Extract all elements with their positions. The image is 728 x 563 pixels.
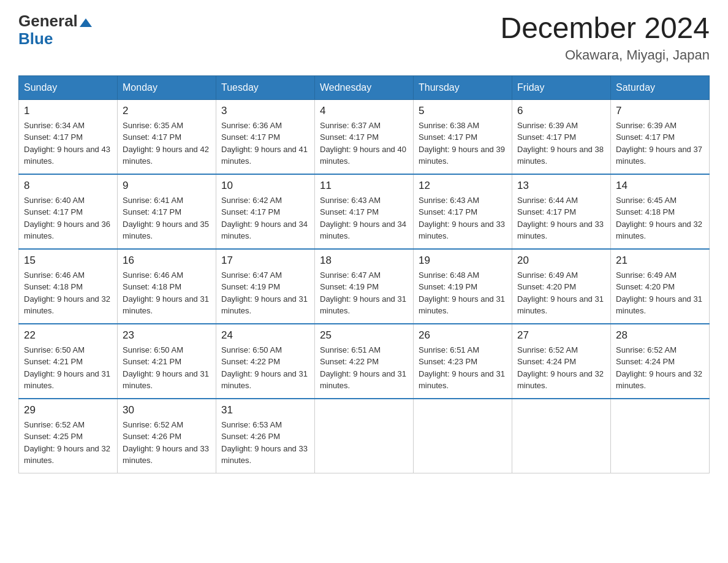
day-info: Sunrise: 6:38 AMSunset: 4:17 PMDaylight:… — [419, 120, 507, 167]
table-row: 16Sunrise: 6:46 AMSunset: 4:18 PMDayligh… — [118, 249, 216, 324]
day-number: 11 — [320, 180, 408, 192]
day-number: 20 — [517, 255, 605, 267]
table-row: 19Sunrise: 6:48 AMSunset: 4:19 PMDayligh… — [414, 249, 512, 324]
day-number: 14 — [616, 180, 704, 192]
day-number: 17 — [221, 255, 309, 267]
table-row: 9Sunrise: 6:41 AMSunset: 4:17 PMDaylight… — [118, 174, 216, 249]
logo-general-text: General — [18, 12, 78, 30]
table-row: 12Sunrise: 6:43 AMSunset: 4:17 PMDayligh… — [414, 174, 512, 249]
day-number: 10 — [221, 180, 309, 192]
day-number: 2 — [123, 105, 211, 117]
table-row: 11Sunrise: 6:43 AMSunset: 4:17 PMDayligh… — [315, 174, 414, 249]
day-number: 23 — [123, 329, 211, 342]
day-number: 19 — [419, 255, 507, 267]
day-number: 25 — [320, 329, 408, 342]
day-number: 24 — [221, 329, 309, 342]
day-info: Sunrise: 6:37 AMSunset: 4:17 PMDaylight:… — [320, 120, 408, 167]
day-info: Sunrise: 6:47 AMSunset: 4:19 PMDaylight:… — [320, 269, 408, 317]
day-number: 8 — [24, 180, 112, 192]
day-number: 15 — [24, 255, 112, 267]
day-number: 31 — [221, 404, 309, 416]
day-number: 4 — [320, 105, 408, 117]
day-info: Sunrise: 6:50 AMSunset: 4:21 PMDaylight:… — [24, 344, 112, 392]
table-row — [512, 399, 611, 473]
weekday-header-sunday: Sunday — [19, 75, 118, 99]
day-info: Sunrise: 6:40 AMSunset: 4:17 PMDaylight:… — [24, 194, 112, 242]
day-info: Sunrise: 6:51 AMSunset: 4:23 PMDaylight:… — [419, 344, 507, 392]
table-row: 26Sunrise: 6:51 AMSunset: 4:23 PMDayligh… — [414, 324, 512, 399]
location-title: Okawara, Miyagi, Japan — [500, 47, 710, 63]
table-row — [315, 399, 414, 473]
weekday-header-monday: Monday — [118, 75, 216, 99]
day-number: 7 — [616, 105, 704, 117]
day-info: Sunrise: 6:41 AMSunset: 4:17 PMDaylight:… — [123, 194, 211, 242]
weekday-header-friday: Friday — [512, 75, 611, 99]
day-info: Sunrise: 6:51 AMSunset: 4:22 PMDaylight:… — [320, 344, 408, 392]
day-number: 27 — [517, 329, 605, 342]
day-info: Sunrise: 6:49 AMSunset: 4:20 PMDaylight:… — [517, 269, 605, 317]
table-row: 28Sunrise: 6:52 AMSunset: 4:24 PMDayligh… — [611, 324, 710, 399]
day-number: 22 — [24, 329, 112, 342]
table-row: 17Sunrise: 6:47 AMSunset: 4:19 PMDayligh… — [216, 249, 315, 324]
day-number: 3 — [221, 105, 309, 117]
table-row: 21Sunrise: 6:49 AMSunset: 4:20 PMDayligh… — [611, 249, 710, 324]
logo: General Blue — [18, 12, 92, 47]
day-info: Sunrise: 6:44 AMSunset: 4:17 PMDaylight:… — [517, 194, 605, 242]
table-row: 6Sunrise: 6:39 AMSunset: 4:17 PMDaylight… — [512, 99, 611, 174]
day-number: 12 — [419, 180, 507, 192]
month-title: December 2024 — [500, 12, 710, 45]
table-row: 5Sunrise: 6:38 AMSunset: 4:17 PMDaylight… — [414, 99, 512, 174]
table-row: 22Sunrise: 6:50 AMSunset: 4:21 PMDayligh… — [19, 324, 118, 399]
day-info: Sunrise: 6:50 AMSunset: 4:22 PMDaylight:… — [221, 344, 309, 392]
calendar-week-row: 8Sunrise: 6:40 AMSunset: 4:17 PMDaylight… — [19, 174, 710, 249]
day-info: Sunrise: 6:42 AMSunset: 4:17 PMDaylight:… — [221, 194, 309, 242]
day-number: 30 — [123, 404, 211, 416]
day-info: Sunrise: 6:47 AMSunset: 4:19 PMDaylight:… — [221, 269, 309, 317]
table-row: 31Sunrise: 6:53 AMSunset: 4:26 PMDayligh… — [216, 399, 315, 473]
table-row: 27Sunrise: 6:52 AMSunset: 4:24 PMDayligh… — [512, 324, 611, 399]
table-row — [414, 399, 512, 473]
day-info: Sunrise: 6:43 AMSunset: 4:17 PMDaylight:… — [320, 194, 408, 242]
weekday-header-thursday: Thursday — [414, 75, 512, 99]
day-info: Sunrise: 6:52 AMSunset: 4:24 PMDaylight:… — [517, 344, 605, 392]
day-info: Sunrise: 6:34 AMSunset: 4:17 PMDaylight:… — [24, 120, 112, 167]
day-info: Sunrise: 6:50 AMSunset: 4:21 PMDaylight:… — [123, 344, 211, 392]
day-info: Sunrise: 6:52 AMSunset: 4:25 PMDaylight:… — [24, 419, 112, 467]
day-info: Sunrise: 6:35 AMSunset: 4:17 PMDaylight:… — [123, 120, 211, 167]
day-number: 9 — [123, 180, 211, 192]
day-number: 21 — [616, 255, 704, 267]
day-info: Sunrise: 6:36 AMSunset: 4:17 PMDaylight:… — [221, 120, 309, 167]
day-info: Sunrise: 6:48 AMSunset: 4:19 PMDaylight:… — [419, 269, 507, 317]
table-row — [611, 399, 710, 473]
table-row: 14Sunrise: 6:45 AMSunset: 4:18 PMDayligh… — [611, 174, 710, 249]
day-number: 26 — [419, 329, 507, 342]
weekday-header-saturday: Saturday — [611, 75, 710, 99]
day-number: 13 — [517, 180, 605, 192]
day-info: Sunrise: 6:39 AMSunset: 4:17 PMDaylight:… — [616, 120, 704, 167]
calendar-week-row: 29Sunrise: 6:52 AMSunset: 4:25 PMDayligh… — [19, 399, 710, 473]
table-row: 25Sunrise: 6:51 AMSunset: 4:22 PMDayligh… — [315, 324, 414, 399]
day-info: Sunrise: 6:46 AMSunset: 4:18 PMDaylight:… — [24, 269, 112, 317]
title-block: December 2024 Okawara, Miyagi, Japan — [500, 12, 710, 63]
table-row: 24Sunrise: 6:50 AMSunset: 4:22 PMDayligh… — [216, 324, 315, 399]
weekday-header-tuesday: Tuesday — [216, 75, 315, 99]
table-row: 10Sunrise: 6:42 AMSunset: 4:17 PMDayligh… — [216, 174, 315, 249]
table-row: 2Sunrise: 6:35 AMSunset: 4:17 PMDaylight… — [118, 99, 216, 174]
table-row: 15Sunrise: 6:46 AMSunset: 4:18 PMDayligh… — [19, 249, 118, 324]
day-info: Sunrise: 6:43 AMSunset: 4:17 PMDaylight:… — [419, 194, 507, 242]
table-row: 23Sunrise: 6:50 AMSunset: 4:21 PMDayligh… — [118, 324, 216, 399]
table-row: 13Sunrise: 6:44 AMSunset: 4:17 PMDayligh… — [512, 174, 611, 249]
day-number: 16 — [123, 255, 211, 267]
day-info: Sunrise: 6:53 AMSunset: 4:26 PMDaylight:… — [221, 419, 309, 467]
day-info: Sunrise: 6:46 AMSunset: 4:18 PMDaylight:… — [123, 269, 211, 317]
day-info: Sunrise: 6:39 AMSunset: 4:17 PMDaylight:… — [517, 120, 605, 167]
day-number: 28 — [616, 329, 704, 342]
table-row: 7Sunrise: 6:39 AMSunset: 4:17 PMDaylight… — [611, 99, 710, 174]
table-row: 3Sunrise: 6:36 AMSunset: 4:17 PMDaylight… — [216, 99, 315, 174]
table-row: 8Sunrise: 6:40 AMSunset: 4:17 PMDaylight… — [19, 174, 118, 249]
calendar-week-row: 22Sunrise: 6:50 AMSunset: 4:21 PMDayligh… — [19, 324, 710, 399]
table-row: 29Sunrise: 6:52 AMSunset: 4:25 PMDayligh… — [19, 399, 118, 473]
day-info: Sunrise: 6:49 AMSunset: 4:20 PMDaylight:… — [616, 269, 704, 317]
day-number: 29 — [24, 404, 112, 416]
weekday-header-wednesday: Wednesday — [315, 75, 414, 99]
